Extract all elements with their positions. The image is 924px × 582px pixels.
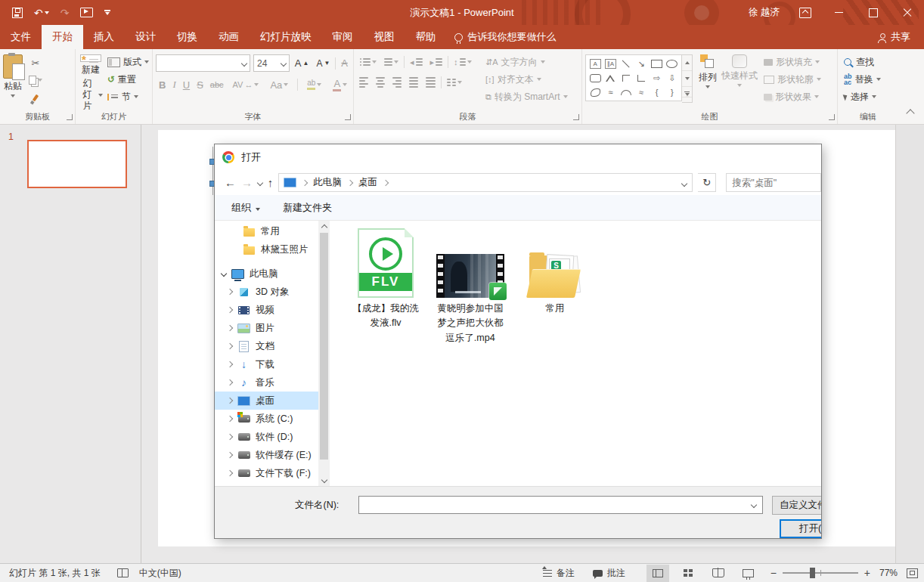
right-scroll-strip[interactable] (895, 125, 924, 563)
bold-button[interactable]: B (159, 79, 166, 91)
slideshow-view-button[interactable] (737, 565, 760, 582)
recent-locations-dropdown[interactable] (257, 179, 263, 185)
shapes-gallery-scrollbar[interactable] (682, 54, 693, 103)
shape-left-brace-icon[interactable]: { (656, 88, 659, 97)
tree-item-drive-f[interactable]: 文件下载 (F:) (215, 464, 318, 482)
tab-animations[interactable]: 动画 (208, 25, 250, 49)
shape-rectangle-icon[interactable] (651, 60, 662, 68)
reading-view-button[interactable] (707, 565, 730, 582)
distribute-button[interactable] (423, 75, 438, 90)
align-right-button[interactable] (390, 75, 404, 90)
minimize-button[interactable] (822, 0, 856, 25)
shape-freeform-icon[interactable] (591, 88, 600, 97)
clear-formatting-button[interactable]: A (339, 56, 350, 71)
comments-button[interactable]: 批注 (584, 567, 634, 580)
replace-button[interactable]: abac替换 (844, 73, 881, 86)
justify-button[interactable] (407, 75, 420, 90)
underline-button[interactable]: U (183, 79, 190, 91)
back-button[interactable]: ← (225, 177, 236, 188)
file-item-flv[interactable]: FLV 【成龙】我的洗发液.flv (343, 225, 428, 331)
tab-design[interactable]: 设计 (125, 25, 166, 49)
shapes-gallery[interactable]: A ∥A ↘ ⇨ ⇩ ≈ ≈ { } (585, 54, 682, 101)
chevron-collapsed-icon[interactable] (227, 307, 233, 313)
maximize-button[interactable] (856, 0, 890, 25)
tree-scrollbar[interactable] (318, 221, 330, 487)
tab-slideshow[interactable]: 幻灯片放映 (250, 25, 322, 49)
grow-font-button[interactable]: A▲ (293, 56, 312, 71)
scroll-down-arrow[interactable] (318, 475, 330, 487)
tab-insert[interactable]: 插入 (83, 25, 125, 49)
tree-item-downloads[interactable]: ↓下载 (215, 355, 318, 373)
shape-textbox-icon[interactable]: A (590, 59, 601, 69)
change-case-button[interactable]: Aa (268, 77, 290, 92)
chevron-expanded-icon[interactable] (221, 271, 227, 277)
decrease-indent-button[interactable]: ◂ (408, 54, 425, 70)
ribbon-display-options-button[interactable] (799, 8, 811, 18)
gallery-more-button[interactable] (682, 87, 692, 102)
strikethrough-button[interactable]: S (197, 79, 203, 91)
tree-item-desktop[interactable]: 桌面 (215, 392, 318, 410)
zoom-slider-thumb[interactable] (810, 568, 815, 578)
shape-arrow-icon[interactable]: ↘ (638, 60, 645, 68)
breadcrumb-this-pc[interactable]: 此电脑 (313, 176, 342, 189)
convert-smartart-button[interactable]: ⧉转换为 SmartArt (485, 90, 568, 104)
search-input[interactable] (727, 177, 820, 189)
chevron-collapsed-icon[interactable] (227, 416, 233, 422)
new-slide-button[interactable]: 新建 幻灯片 (79, 54, 103, 112)
notes-button[interactable]: 备注 (534, 567, 584, 580)
close-button[interactable] (890, 0, 924, 25)
spell-check-icon[interactable] (117, 568, 129, 577)
scroll-up-arrow[interactable] (318, 221, 330, 232)
numbering-button[interactable] (382, 54, 401, 70)
shape-fill-button[interactable]: 形状填充 (764, 55, 821, 69)
gallery-scroll-down[interactable] (682, 71, 692, 87)
tree-item-documents[interactable]: 文档 (215, 337, 318, 355)
font-size-combobox[interactable]: 24 (253, 54, 290, 72)
shape-block-arrow-right-icon[interactable]: ⇨ (653, 74, 660, 82)
collapse-ribbon-button[interactable] (906, 109, 914, 117)
breadcrumb-desktop[interactable]: 桌面 (358, 176, 377, 189)
save-button[interactable] (12, 8, 23, 18)
refresh-button[interactable]: ↻ (698, 173, 716, 192)
slide-thumbnail[interactable] (27, 140, 127, 188)
tell-me-box[interactable]: 告诉我你想要做什么 (454, 25, 557, 49)
chevron-collapsed-icon[interactable] (227, 325, 233, 331)
organize-button[interactable]: 组织 (231, 201, 260, 215)
chevron-collapsed-icon[interactable] (227, 452, 233, 458)
section-button[interactable]: 节 (107, 90, 149, 104)
zoom-slider[interactable] (783, 572, 858, 574)
tree-item-common-folder[interactable]: 常用 (215, 222, 318, 240)
scrollbar-thumb[interactable] (320, 233, 328, 460)
chevron-collapsed-icon[interactable] (227, 343, 233, 349)
columns-button[interactable] (445, 75, 464, 90)
shrink-font-button[interactable]: A▼ (314, 56, 332, 71)
tree-item-drive-c[interactable]: 系统 (C:) (215, 410, 318, 428)
tab-help[interactable]: 帮助 (405, 25, 447, 49)
tree-item-pictures[interactable]: 图片 (215, 319, 318, 337)
chevron-collapsed-icon[interactable] (227, 361, 233, 367)
undo-button[interactable]: ↶ (34, 7, 49, 19)
line-spacing-button[interactable]: ↕ (451, 54, 474, 70)
font-color-button[interactable]: A (330, 77, 349, 92)
file-item-mp4[interactable]: 黄晓明参加中国梦之声把大伙都逗乐了.mp4 (428, 225, 513, 345)
tree-item-this-pc[interactable]: 此电脑 (215, 265, 318, 283)
redo-button[interactable]: ↷ (60, 7, 70, 19)
forward-button[interactable]: → (241, 177, 253, 188)
shape-arc-icon[interactable] (621, 90, 631, 95)
shape-triangle-icon[interactable] (606, 75, 615, 82)
layout-button[interactable]: 版式 (107, 55, 149, 69)
shape-line-icon[interactable] (622, 60, 630, 67)
tab-home[interactable]: 开始 (42, 25, 83, 49)
up-button[interactable]: ↑ (268, 177, 274, 188)
tab-transitions[interactable]: 切换 (166, 25, 208, 49)
chevron-collapsed-icon[interactable] (227, 398, 233, 404)
align-left-button[interactable] (357, 75, 371, 90)
text-direction-button[interactable]: ⇵A文字方向 (485, 55, 568, 69)
tab-file[interactable]: 文件 (0, 25, 42, 49)
shape-vertical-textbox-icon[interactable]: ∥A (605, 59, 616, 69)
select-button[interactable]: 选择 (844, 90, 881, 104)
shape-oval-icon[interactable] (666, 60, 677, 68)
align-center-button[interactable] (374, 75, 387, 90)
character-spacing-button[interactable]: AV↔ (231, 77, 262, 92)
tree-item-music[interactable]: ♪音乐 (215, 373, 318, 392)
